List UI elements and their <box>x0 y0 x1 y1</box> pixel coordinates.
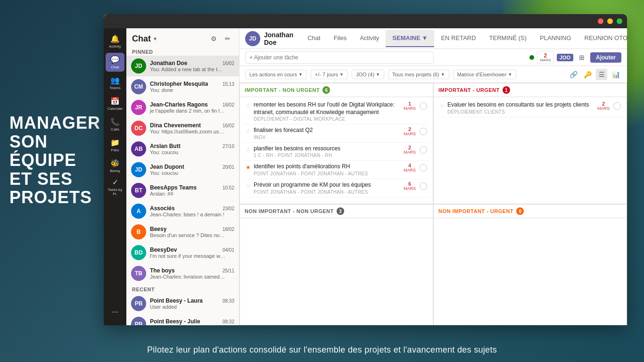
task-item[interactable]: ★ Identifier les points d'améliorations … <box>244 161 429 179</box>
chat-icon: 💬 <box>110 55 120 64</box>
chat-item-christopher[interactable]: CM Christopher Mesquita 15:13 You: done <box>126 76 239 97</box>
chat-item-beesydev[interactable]: BD BeesyDev 04/01 I'm not sure if your m… <box>126 242 239 263</box>
chat-item-top: Beesy 18/02 <box>150 226 234 232</box>
chat-compose-button[interactable]: ✏ <box>222 33 233 44</box>
filter-7-jours[interactable]: +/- 7 jours ▼ <box>311 70 348 79</box>
chat-item-jean-charles[interactable]: JR Jean-Charles Ragons 18/02 je t'appell… <box>126 97 239 118</box>
chat-item-name: The boys <box>150 267 175 274</box>
sidebar-item-chat[interactable]: 💬 Chat <box>106 53 124 72</box>
task-item[interactable]: ☆ planifier les besoins en ressources 1 … <box>244 143 429 161</box>
avatar: BT <box>131 183 146 198</box>
chat-item-preview: I'm not sure if your message was aimed a… <box>150 253 225 259</box>
chat-item-content: Point Beesy - Julie 08:32 User added <box>150 318 234 325</box>
chat-item-top: Christopher Mesquita 15:13 <box>150 81 234 87</box>
link-view-button[interactable]: 🔗 <box>568 69 579 80</box>
sidebar-item-calls[interactable]: 📞 Calls <box>106 115 124 134</box>
sidebar-item-beesy[interactable]: 🐝 Beesy <box>106 156 124 175</box>
tab-en-retard[interactable]: EN RETARD <box>434 30 482 47</box>
quadrant-badge: 6 <box>322 86 330 94</box>
chat-item-point-beesy-julie[interactable]: PB Point Beesy - Julie 08:32 User added <box>126 314 239 325</box>
sidebar-item-teams[interactable]: 👥 Teams <box>106 74 124 92</box>
sidebar-more-button[interactable]: ··· <box>106 303 124 321</box>
quadrant-header: NON IMPORTANT - URGENT 0 <box>434 205 627 218</box>
title-line-2: SON ÉQUIPE <box>9 132 94 170</box>
add-button[interactable]: Ajouter <box>590 52 621 63</box>
sidebar-item-tasks[interactable]: ✓ Tasks by Pl. <box>106 177 124 196</box>
avatar: CM <box>131 79 146 94</box>
chart-view-button[interactable]: 📊 <box>610 69 621 80</box>
tab-files[interactable]: Files <box>327 30 353 47</box>
chat-item-dina[interactable]: DC Dina Chevenement 16/02 You: https://u… <box>126 118 239 139</box>
tab-reunion[interactable]: REUNION OTO <box>578 30 627 47</box>
list-view-button[interactable]: ☰ <box>596 69 607 80</box>
chat-item-arslan[interactable]: AB Arslan Butt 27/10 You: coucou <box>126 139 239 159</box>
task-item[interactable]: ☆ Prévoir un programme de KM pour les éq… <box>244 179 429 197</box>
filter-label: Tous mes projets (6) <box>392 72 439 77</box>
chat-list-scroll[interactable]: Pinned JD Jonathan Doe 16/02 You: Added … <box>126 47 239 325</box>
quadrant-tasks[interactable] <box>240 218 433 325</box>
quadrant-title: NON IMPORTANT - NON URGENT <box>245 208 334 214</box>
maximize-button[interactable] <box>617 18 622 24</box>
chat-item-content: BeesApps Teams 10:52 Arslan: ## <box>150 184 234 197</box>
chat-item-time: 25/11 <box>223 268 234 273</box>
date-chip[interactable]: 2 MARS <box>537 51 554 64</box>
chat-item-content: The boys 25/11 Jean-Charles: livraison s… <box>150 267 234 280</box>
filter-tous-projets[interactable]: Tous mes projets (6) ▼ <box>388 70 449 79</box>
close-button[interactable] <box>598 18 603 24</box>
sidebar-item-calls-label: Calls <box>111 127 119 132</box>
chat-item-name: Point Beesy - Julie <box>150 318 200 325</box>
grid-icon-button[interactable]: ⊞ <box>576 52 587 63</box>
task-checkbox[interactable] <box>420 128 427 135</box>
chat-item-beesapps[interactable]: BT BeesApps Teams 10:52 Arslan: ## <box>126 180 239 201</box>
chat-item-top: Arslan Butt 27/10 <box>150 143 234 149</box>
sidebar-item-files[interactable]: 📁 Files <box>106 136 124 155</box>
filter-matrice[interactable]: Matrice d'Eisenhower ▼ <box>453 70 517 79</box>
filter-joo[interactable]: JOO (4) ▼ <box>352 70 384 79</box>
chat-list-actions: ⚙ ✏ <box>208 33 233 44</box>
joo-badge[interactable]: JOO <box>557 54 573 61</box>
quadrant-tasks[interactable]: ☆ Evaluer les besoins en consultants sur… <box>434 97 627 204</box>
task-date-month: MARS <box>597 107 610 111</box>
chat-item-beesy[interactable]: B Beesy 18/02 Besoin d'un service ? Dite… <box>126 222 239 242</box>
task-checkbox[interactable] <box>420 182 427 190</box>
quadrant-tasks[interactable] <box>434 218 627 325</box>
task-checkbox[interactable] <box>420 102 427 110</box>
filter-label: JOO (4) <box>356 72 374 77</box>
task-checkbox[interactable] <box>420 146 427 154</box>
task-checkbox[interactable] <box>613 102 621 110</box>
task-item[interactable]: ☆ remonter les besoins RH sur l'outil de… <box>244 99 429 124</box>
quadrant-title: NON IMPORTANT - URGENT <box>438 208 513 214</box>
filter-bar: Les actions en cours ▼ +/- 7 jours ▼ JOO… <box>239 66 627 83</box>
sidebar-item-calendar[interactable]: 📅 Calendar <box>106 94 124 113</box>
task-item[interactable]: ☆ finaliser les forecast Q2 INOV 2 MARS <box>244 124 429 143</box>
tab-activity[interactable]: Activity <box>353 30 386 47</box>
avatar: JD <box>131 162 146 177</box>
chat-item-jean-dupont[interactable]: JD Jean Dupont 20/01 You: coucou <box>126 159 239 180</box>
title-line-1: MANAGER <box>9 114 94 132</box>
task-item[interactable]: ☆ Evaluer les besoins en consultants sur… <box>438 99 623 117</box>
sidebar-item-activity[interactable]: 🔔 Activity <box>106 32 124 51</box>
task-body: Identifier les points d'améliorations RH… <box>254 163 400 176</box>
minimize-button[interactable] <box>607 18 613 24</box>
dropdown-arrow-icon: ▼ <box>376 72 380 77</box>
chat-item-content: Jean Dupont 20/01 You: coucou <box>150 164 234 176</box>
add-task-input[interactable] <box>245 51 434 64</box>
key-view-button[interactable]: 🔑 <box>582 69 593 80</box>
tab-termine[interactable]: TERMINÉ (S) <box>483 30 533 47</box>
eisenhower-matrix: IMPORTANT - NON URGENT 6 ☆ remonter les … <box>239 83 627 325</box>
sidebar-icons: 🔔 Activity 💬 Chat 👥 Teams 📅 Calendar 📞 C… <box>104 28 126 325</box>
nav-tabs: Chat Files Activity SEMAINE ▼ EN RETARD … <box>301 30 627 47</box>
chat-item-the-boys[interactable]: TB The boys 25/11 Jean-Charles: livraiso… <box>126 263 239 284</box>
task-checkbox[interactable] <box>420 164 427 172</box>
filter-actions-en-cours[interactable]: Les actions en cours ▼ <box>245 70 307 79</box>
chat-item-associes[interactable]: A Associés 23/02 Jean-Charles: bises ! a… <box>126 201 239 222</box>
chat-item-jonathan-doe[interactable]: JD Jonathan Doe 16/02 You: Added a new t… <box>126 56 239 76</box>
tab-chat[interactable]: Chat <box>301 30 327 47</box>
tab-planning[interactable]: PLANNING <box>533 30 578 47</box>
chat-filter-button[interactable]: ⚙ <box>208 33 219 44</box>
tab-semaine[interactable]: SEMAINE ▼ <box>386 30 434 47</box>
avatar: PB <box>131 317 146 325</box>
quadrant-tasks[interactable]: ☆ remonter les besoins RH sur l'outil de… <box>240 97 433 204</box>
avatar: PB <box>131 296 146 311</box>
chat-item-point-beesy-laura[interactable]: PB Point Beesy - Laura 08:33 User added <box>126 293 239 314</box>
